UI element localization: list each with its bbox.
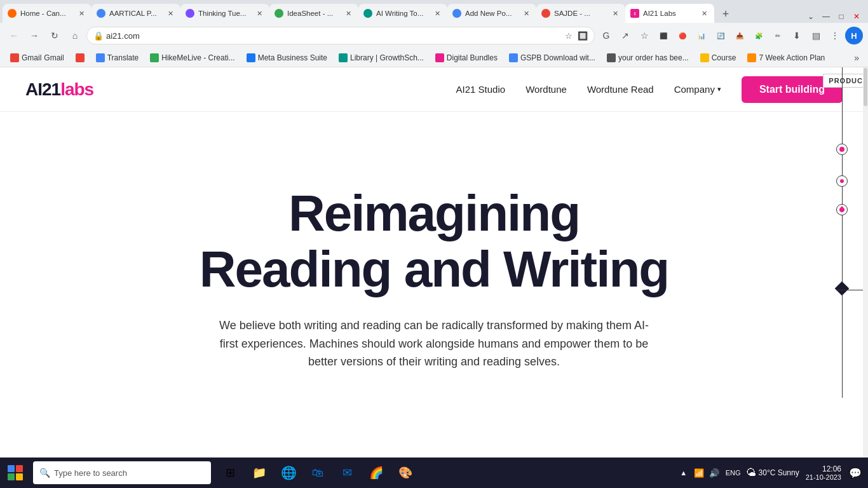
bookmark-7week[interactable]: 7 Week Action Plan <box>742 52 830 64</box>
chrome-button[interactable]: 🌈 <box>362 459 390 487</box>
nav-wordtune-read[interactable]: Wordtune Read <box>587 84 654 95</box>
site-logo[interactable]: AI21labs <box>25 79 93 100</box>
close-button[interactable]: ✕ <box>850 10 863 23</box>
sidebar-toggle[interactable]: ▤ <box>807 27 825 44</box>
volume-icon[interactable]: 🔊 <box>708 466 721 479</box>
tab-close-ideasheet[interactable]: ✕ <box>343 8 353 18</box>
ext6-icon[interactable]: 🧩 <box>750 27 768 44</box>
address-bar[interactable]: 🔒 ai21.com ☆ 🔲 <box>86 27 595 44</box>
ext3-icon[interactable]: 📊 <box>693 27 710 44</box>
tab-favicon-home <box>8 9 17 18</box>
profile-button[interactable]: H <box>845 27 863 44</box>
bookmark-order[interactable]: your order has bee... <box>602 52 694 64</box>
extension-icon[interactable]: 🔲 <box>578 30 588 41</box>
home-button[interactable]: ⌂ <box>66 27 84 44</box>
app2-button[interactable]: 🎨 <box>391 459 419 487</box>
ext2-icon[interactable]: 🔴 <box>674 27 691 44</box>
bookmark-course[interactable]: Course <box>695 52 742 64</box>
tab-ai21[interactable]: l AI21 Labs ✕ <box>625 4 714 23</box>
start-menu-button[interactable] <box>0 458 31 488</box>
bookmark-digital[interactable]: Digital Bundles <box>430 52 503 64</box>
edge-button[interactable]: 🌐 <box>275 459 302 487</box>
store-button[interactable]: 🛍 <box>304 459 332 487</box>
tab-favicon-ai21: l <box>630 9 639 18</box>
tab-add-new[interactable]: Add New Po... ✕ <box>447 4 536 23</box>
search-placeholder: Type here to search <box>54 468 127 478</box>
panel-dot-1[interactable] <box>836 144 848 155</box>
tab-close-home[interactable]: ✕ <box>76 8 86 18</box>
ext5-icon[interactable]: 📥 <box>731 27 749 44</box>
tab-ai-writing[interactable]: AI Writing To... ✕ <box>358 4 447 23</box>
nav-wordtune[interactable]: Wordtune <box>526 84 567 95</box>
forward-button[interactable]: → <box>25 27 43 44</box>
bookmark-library[interactable]: Library | GrowthSch... <box>334 52 429 64</box>
tab-close-add-new[interactable]: ✕ <box>521 8 531 18</box>
tab-list-button[interactable]: ⌄ <box>804 10 817 23</box>
scrollbar[interactable] <box>863 67 868 458</box>
weather-widget[interactable]: 🌤 30°C Sunny <box>746 467 799 478</box>
chevron-down-icon: ▾ <box>717 85 721 93</box>
edge-icon: 🌐 <box>281 465 296 480</box>
task-view-button[interactable]: ⊞ <box>216 459 244 487</box>
bookmark-label-library: Library | GrowthSch... <box>350 53 424 62</box>
share-icon[interactable]: ↗ <box>616 27 634 44</box>
task-view-icon: ⊞ <box>222 465 238 480</box>
ext1-icon[interactable]: ⬛ <box>654 27 672 44</box>
browser-frame: Home - Can... ✕ AARTICAL P... ✕ Thinking… <box>0 0 868 488</box>
tab-favicon-ideasheet <box>275 9 283 18</box>
maximize-button[interactable]: □ <box>835 10 848 23</box>
logo-text: AI21labs <box>25 79 93 100</box>
tab-close-aartical[interactable]: ✕ <box>165 8 175 18</box>
bookmarks-more-button[interactable]: » <box>850 51 863 64</box>
taskbar-search[interactable]: 🔍 Type here to search <box>33 461 211 484</box>
bookmark-label-meta: Meta Business Suite <box>258 53 327 62</box>
download-icon[interactable]: ⬇ <box>788 27 806 44</box>
bookmark-label-7week: 7 Week Action Plan <box>759 53 825 62</box>
ext7-icon[interactable]: ✏ <box>769 27 787 44</box>
new-tab-button[interactable]: + <box>717 5 735 23</box>
tab-ideasheet[interactable]: IdeaSheet - ... ✕ <box>269 4 358 23</box>
panel-dot-3[interactable] <box>836 204 848 215</box>
browser-toolbar: ← → ↻ ⌂ 🔒 ai21.com ☆ 🔲 G ↗ ☆ ⬛ 🔴 📊 🔄 📥 🧩… <box>0 23 868 48</box>
bookmark-hikeme[interactable]: HikeMeLive - Creati... <box>145 52 240 64</box>
tab-close-thinking[interactable]: ✕ <box>254 8 264 18</box>
bookmark-translate[interactable]: Translate <box>91 52 144 64</box>
mail-button[interactable]: ✉ <box>333 459 361 487</box>
side-panel: PRODUC <box>804 67 868 398</box>
menu-button[interactable]: ⋮ <box>826 27 844 44</box>
bookmark-favicon-7week <box>747 53 756 62</box>
site-nav: AI21labs AI21 Studio Wordtune Wordtune R… <box>0 67 868 112</box>
bookmark-star-icon[interactable]: ☆ <box>564 30 574 41</box>
panel-dot-2[interactable] <box>836 175 848 187</box>
bookmark-meta[interactable]: Meta Business Suite <box>241 52 332 64</box>
tab-sajde[interactable]: SAJDE - ... ✕ <box>536 4 625 23</box>
hero-title-line2: Reading and Writing <box>200 241 668 297</box>
system-clock[interactable]: 12:06 21-10-2023 <box>802 464 845 481</box>
ext4-icon[interactable]: 🔄 <box>712 27 729 44</box>
nav-ai21studio[interactable]: AI21 Studio <box>456 84 506 95</box>
bookmark-gmail[interactable]: Gmail Gmail <box>5 52 69 64</box>
address-icons: ☆ 🔲 <box>564 30 588 41</box>
chevron-up-icon[interactable]: ▲ <box>677 466 690 479</box>
tab-close-ai21[interactable]: ✕ <box>699 8 709 18</box>
notification-button[interactable]: 💬 <box>848 465 863 480</box>
tab-home[interactable]: Home - Can... ✕ <box>3 4 92 23</box>
tab-close-ai-writing[interactable]: ✕ <box>432 8 442 18</box>
google-icon[interactable]: G <box>597 27 615 44</box>
back-button[interactable]: ← <box>5 27 23 44</box>
nav-company[interactable]: Company ▾ <box>674 84 721 95</box>
bookmark-youtube[interactable] <box>71 52 90 64</box>
tab-close-sajde[interactable]: ✕ <box>610 8 620 18</box>
tab-aartical[interactable]: AARTICAL P... ✕ <box>92 4 180 23</box>
tab-thinking[interactable]: Thinking Tue... ✕ <box>180 4 269 23</box>
bookmark-gspb[interactable]: GSPB Download wit... <box>504 52 600 64</box>
network-icon[interactable]: 📶 <box>693 466 705 479</box>
star-icon[interactable]: ☆ <box>635 27 653 44</box>
reload-button[interactable]: ↻ <box>46 27 64 44</box>
scrollbar-thumb[interactable] <box>864 68 867 106</box>
logo-labs: labs <box>60 79 93 99</box>
language-indicator[interactable]: ENG <box>723 466 743 479</box>
minimize-button[interactable]: — <box>820 10 832 23</box>
file-explorer-button[interactable]: 📁 <box>245 459 273 487</box>
tab-label-thinking: Thinking Tue... <box>198 10 250 17</box>
